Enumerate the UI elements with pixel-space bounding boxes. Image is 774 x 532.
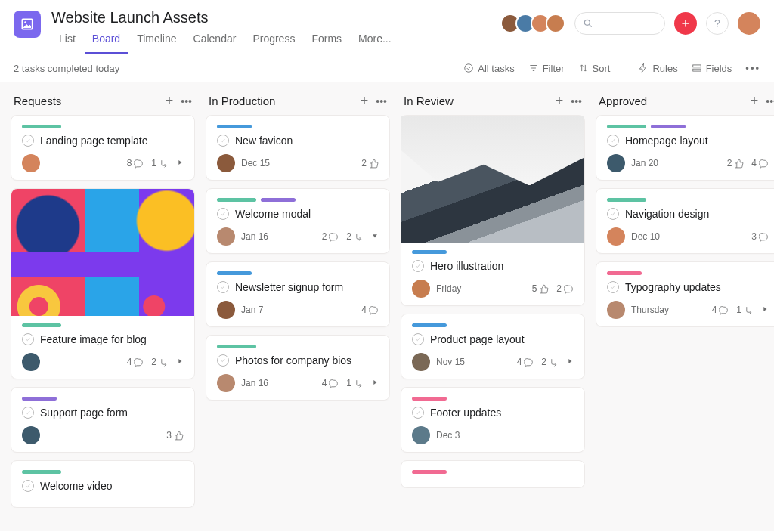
comments-count[interactable]: 4 [127,357,144,367]
card-title: Hero illustration [430,260,503,272]
task-card[interactable]: New favicon Dec 15 2 [206,115,390,181]
assignee-avatar[interactable] [412,280,430,298]
assignee-avatar[interactable] [607,301,625,319]
tab-progress[interactable]: Progress [245,29,302,54]
rules-button[interactable]: Rules [638,63,677,74]
sort-button[interactable]: Sort [578,63,611,74]
task-card[interactable]: Homepage layout Jan 20 2 4 [596,115,774,181]
complete-toggle[interactable] [217,354,229,367]
comments-count[interactable]: 4 [361,305,379,315]
assignee-avatar[interactable] [22,154,40,172]
assignee-avatar[interactable] [217,227,235,246]
expand-caret[interactable] [371,378,379,388]
likes-count[interactable]: 2 [361,158,379,169]
assignee-avatar[interactable] [607,227,625,246]
fields-button[interactable]: Fields [692,63,732,74]
avatar[interactable] [546,14,565,33]
likes-count[interactable]: 5 [532,283,550,294]
column-more-button[interactable]: ••• [766,95,774,107]
card-title: Welcome video [40,480,112,492]
comments-count[interactable]: 3 [751,231,769,242]
assignee-avatar[interactable] [22,353,40,371]
help-button[interactable]: ? [706,12,729,35]
complete-toggle[interactable] [412,333,424,345]
complete-toggle[interactable] [22,407,34,419]
filter-all-tasks[interactable]: All tasks [463,63,514,74]
complete-toggle[interactable] [607,135,619,147]
task-card[interactable]: Support page form 3 [11,387,195,453]
complete-toggle[interactable] [22,135,34,147]
assignee-avatar[interactable] [217,374,235,392]
assignee-avatar[interactable] [607,154,625,172]
complete-toggle[interactable] [22,333,34,345]
column-more-button[interactable]: ••• [571,95,582,107]
tab-more[interactable]: More... [351,29,399,54]
footer-right: 3 [166,430,184,441]
subtasks-count[interactable]: 1 [151,158,169,169]
add-button[interactable] [674,12,697,35]
complete-toggle[interactable] [22,480,34,492]
expand-caret[interactable] [566,357,574,367]
column-more-button[interactable]: ••• [181,95,192,107]
project-icon[interactable] [14,11,41,38]
add-task-button[interactable]: + [556,95,564,107]
tab-calendar[interactable]: Calendar [186,29,244,54]
task-card[interactable]: Typography updates Thursday 4 1 [596,261,774,327]
tab-board[interactable]: Board [85,29,128,54]
filter-button[interactable]: Filter [528,63,565,74]
subtasks-count[interactable]: 1 [736,305,754,315]
comments-count[interactable]: 2 [556,283,574,294]
expand-caret[interactable] [761,305,769,315]
task-card[interactable]: Product page layout Nov 15 4 2 [401,314,585,379]
complete-toggle[interactable] [607,208,619,220]
task-card[interactable]: Welcome video [11,460,195,508]
current-user-avatar[interactable] [738,12,760,35]
task-card[interactable]: Navigation design Dec 10 3 [596,188,774,254]
subtasks-count[interactable]: 2 [151,357,169,367]
task-card[interactable]: Newsletter signup form Jan 7 4 [206,261,390,327]
column-more-button[interactable]: ••• [376,95,387,107]
subtasks-count[interactable]: 2 [541,357,559,367]
assignee-avatar[interactable] [412,426,430,444]
likes-count[interactable]: 3 [166,430,184,441]
assignee-avatar[interactable] [412,353,430,371]
likes-count[interactable]: 2 [727,158,745,169]
subtasks-count[interactable]: 2 [346,231,364,242]
search-input[interactable] [574,12,665,35]
tab-forms[interactable]: Forms [304,29,349,54]
expand-caret[interactable] [176,158,184,169]
complete-toggle[interactable] [412,260,424,272]
task-card[interactable]: Feature image for blog 4 2 [11,188,195,379]
complete-toggle[interactable] [217,281,229,293]
complete-toggle[interactable] [217,135,229,147]
project-members[interactable] [500,14,565,33]
comments-count[interactable]: 4 [751,158,769,169]
comments-count[interactable]: 8 [127,158,144,169]
add-task-button[interactable]: + [751,95,759,107]
subtasks-count[interactable]: 1 [346,378,364,388]
expand-caret[interactable] [371,231,379,242]
task-card[interactable]: Footer updates Dec 3 [401,387,585,453]
task-card[interactable] [401,460,585,488]
task-card[interactable]: Hero illustration Friday 5 2 [401,115,585,306]
complete-toggle[interactable] [607,281,619,293]
footer-right: 8 1 [127,158,184,169]
assignee-avatar[interactable] [217,301,235,319]
comments-count[interactable]: 4 [712,305,729,315]
assignee-avatar[interactable] [217,154,235,172]
comments-count[interactable]: 2 [322,231,339,242]
expand-caret[interactable] [176,357,184,367]
assignee-avatar[interactable] [22,426,40,444]
more-button[interactable]: ••• [745,63,760,74]
task-card[interactable]: Welcome modal Jan 16 2 2 [206,188,390,254]
comments-count[interactable]: 4 [322,378,339,388]
task-card[interactable]: Photos for company bios Jan 16 4 1 [206,335,390,401]
comments-count[interactable]: 4 [517,357,534,367]
complete-toggle[interactable] [217,208,229,220]
tab-list[interactable]: List [51,29,83,54]
add-task-button[interactable]: + [361,95,369,107]
task-card[interactable]: Landing page template 8 1 [11,115,195,181]
complete-toggle[interactable] [412,407,424,419]
add-task-button[interactable]: + [166,95,174,107]
tab-timeline[interactable]: Timeline [129,29,184,54]
